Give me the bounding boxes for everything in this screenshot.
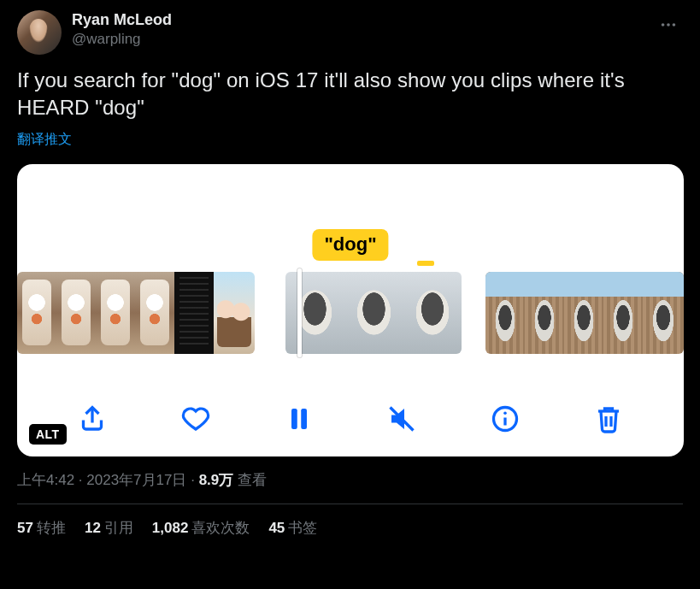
tweet-date[interactable]: 2023年7月17日 (86, 472, 186, 488)
views-count: 8.9万 (199, 472, 234, 488)
playhead[interactable] (297, 268, 302, 357)
svg-point-1 (667, 23, 670, 27)
clip-2[interactable] (285, 272, 462, 354)
clip-gap (255, 272, 285, 354)
thumbnail-frame (485, 272, 525, 354)
pause-button[interactable] (280, 400, 318, 438)
media-attachment[interactable]: "dog" (17, 164, 684, 456)
thumbnail-frame (135, 272, 174, 354)
video-timeline[interactable] (17, 272, 684, 354)
thumbnail-frame (564, 272, 603, 354)
tweet-time[interactable]: 上午4:42 (17, 472, 74, 488)
tweet-container: Ryan McLeod @warpling If you search for … (0, 0, 700, 538)
trash-icon (593, 403, 624, 434)
clip-1[interactable] (17, 272, 255, 354)
thumbnail-frame (17, 272, 56, 354)
svg-point-2 (673, 23, 676, 27)
media-toolbar (17, 400, 684, 438)
thumbnail-frame (603, 272, 643, 354)
avatar[interactable] (17, 10, 62, 55)
likes-stat[interactable]: 1,082喜欢次数 (152, 518, 250, 538)
translate-link[interactable]: 翻译推文 (17, 131, 72, 149)
author-block[interactable]: Ryan McLeod @warpling (72, 10, 172, 48)
handle: @warpling (72, 30, 172, 48)
quotes-stat[interactable]: 12引用 (85, 518, 133, 538)
timeline-marker (417, 261, 434, 266)
heart-icon (180, 403, 211, 434)
pause-icon (284, 403, 315, 434)
tweet-stats: 57转推 12引用 1,082喜欢次数 45书签 (17, 504, 683, 538)
retweets-stat[interactable]: 57转推 (17, 518, 66, 538)
thumbnail-frame (285, 272, 344, 354)
clip-3[interactable] (485, 272, 684, 354)
search-term-tooltip: "dog" (312, 229, 388, 261)
info-button[interactable] (486, 400, 524, 438)
thumbnail-frame (525, 272, 564, 354)
info-icon (490, 403, 521, 434)
thumbnail-frame (174, 272, 214, 354)
tweet-text: If you search for "dog" on iOS 17 it'll … (17, 67, 683, 122)
alt-badge[interactable]: ALT (29, 424, 67, 445)
bookmarks-stat[interactable]: 45书签 (268, 518, 317, 538)
tweet-header: Ryan McLeod @warpling (17, 10, 683, 55)
svg-point-0 (662, 23, 665, 27)
speaker-muted-icon (386, 403, 417, 434)
thumbnail-frame (214, 272, 255, 354)
display-name: Ryan McLeod (72, 10, 172, 30)
share-icon (77, 403, 108, 434)
clip-gap (462, 272, 485, 354)
thumbnail-frame (96, 272, 135, 354)
svg-rect-4 (301, 409, 307, 429)
mute-button[interactable] (383, 400, 421, 438)
thumbnail-frame (344, 272, 403, 354)
svg-rect-3 (291, 409, 297, 429)
more-options-button[interactable] (654, 10, 683, 39)
tweet-meta: 上午4:42 · 2023年7月17日 · 8.9万 查看 (17, 470, 683, 490)
delete-button[interactable] (590, 400, 627, 438)
share-button[interactable] (74, 400, 111, 438)
thumbnail-frame (403, 272, 462, 354)
like-button[interactable] (177, 400, 215, 438)
thumbnail-frame (56, 272, 96, 354)
svg-point-8 (503, 411, 507, 415)
ellipsis-icon (659, 15, 678, 34)
thumbnail-frame (643, 272, 684, 354)
views-label: 查看 (233, 472, 267, 488)
